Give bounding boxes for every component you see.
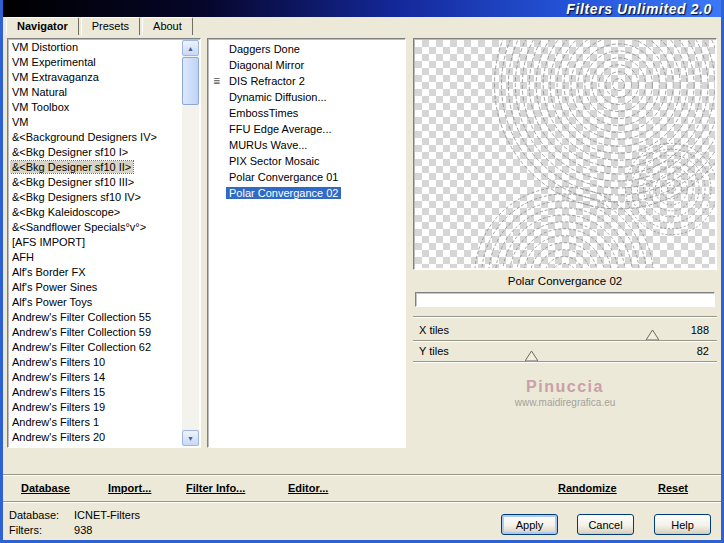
filters-unlimited-window: Filters Unlimited 2.0 Navigator Presets … <box>0 0 724 543</box>
category-list-item[interactable]: VM Experimental <box>10 55 181 70</box>
status-filters: Filters: 938 <box>9 524 92 536</box>
category-list-item[interactable]: Andrew's Filter Collection 59 <box>10 325 181 340</box>
tab-navigator[interactable]: Navigator <box>6 17 79 35</box>
tab-presets[interactable]: Presets <box>81 17 140 35</box>
filter-list-item[interactable]: MURUs Wave... <box>212 137 403 153</box>
import-button[interactable]: Import... <box>108 482 151 494</box>
category-list-item-label: Alf's Border FX <box>10 266 88 278</box>
filter-list-item-label: Polar Convergance 01 <box>226 171 341 183</box>
randomize-button[interactable]: Randomize <box>558 482 617 494</box>
category-list-item[interactable]: VM <box>10 115 181 130</box>
category-list-item[interactable]: Alf's Power Sines <box>10 280 181 295</box>
scrollbar-thumb[interactable] <box>182 57 199 105</box>
title-bar[interactable]: Filters Unlimited 2.0 <box>3 0 721 17</box>
category-list-item-label: &<Sandflower Specials°v°> <box>10 221 148 233</box>
param-value: 188 <box>691 324 709 336</box>
filter-list-item-label: Dynamic Diffusion... <box>226 91 330 103</box>
category-list-item-label: VM Experimental <box>10 56 98 68</box>
category-list-item[interactable]: Andrew's Filters 19 <box>10 400 181 415</box>
filter-list-item[interactable]: Polar Convergance 02 <box>212 185 403 201</box>
category-list-item[interactable]: &<Sandflower Specials°v°> <box>10 220 181 235</box>
category-list-item-label: Andrew's Filter Collection 62 <box>10 341 153 353</box>
filter-list-item-label: Daggers Done <box>226 43 303 55</box>
category-list-item[interactable]: Andrew's Filters 10 <box>10 355 181 370</box>
category-list-item[interactable]: &<Bkg Designers sf10 IV> <box>10 190 181 205</box>
category-list-item[interactable]: &<Bkg Designer sf10 III> <box>10 175 181 190</box>
category-list-item-label: &<Bkg Kaleidoscope> <box>10 206 122 218</box>
filter-list-item[interactable]: ≣DIS Refractor 2 <box>212 73 403 89</box>
category-list-item[interactable]: Andrew's Filters 15 <box>10 385 181 400</box>
category-list-item[interactable]: VM Natural <box>10 85 181 100</box>
preview-pattern-graphic <box>415 40 715 268</box>
filter-list-item[interactable]: Dynamic Diffusion... <box>212 89 403 105</box>
filter-list-item[interactable]: Polar Convergance 01 <box>212 169 403 185</box>
category-list-item-label: Andrew's Filter Collection 55 <box>10 311 153 323</box>
category-scrollbar[interactable]: ▲ ▼ <box>182 40 199 446</box>
category-list-item-label: Andrew's Filters 1 <box>10 416 101 428</box>
scroll-down-arrow-icon[interactable]: ▼ <box>182 430 199 446</box>
category-list-item-label: &<Bkg Designers sf10 IV> <box>10 191 143 203</box>
status-filters-label: Filters: <box>9 524 71 536</box>
category-list-item-label: VM Extravaganza <box>10 71 101 83</box>
preview-image[interactable] <box>413 38 717 270</box>
reset-button[interactable]: Reset <box>658 482 688 494</box>
database-button[interactable]: Database <box>21 482 70 494</box>
status-database-label: Database: <box>9 509 71 521</box>
category-list-item[interactable]: &<Background Designers IV> <box>10 130 181 145</box>
param-row-x-tiles: X tiles 188 <box>413 320 717 341</box>
tab-about[interactable]: About <box>142 17 193 35</box>
category-list-item[interactable]: &<Bkg Kaleidoscope> <box>10 205 181 220</box>
filter-list-item[interactable]: PIX Sector Mosaic <box>212 153 403 169</box>
category-list-item-label: Alf's Power Toys <box>10 296 94 308</box>
category-list-item-label: Andrew's Filter Collection 59 <box>10 326 153 338</box>
category-list-item-label: VM <box>10 116 31 128</box>
filter-listbox[interactable]: Daggers DoneDiagonal Mirror≣DIS Refracto… <box>207 38 406 448</box>
filter-list-item[interactable]: Diagonal Mirror <box>212 57 403 73</box>
category-list-item[interactable]: [AFS IMPORT] <box>10 235 181 250</box>
category-list-item[interactable]: Andrew's Filters 20 <box>10 430 181 445</box>
category-list-item[interactable]: VM Distortion <box>10 40 181 55</box>
slider-thumb[interactable] <box>646 330 659 340</box>
separator-line <box>413 316 717 318</box>
category-list-item-label: VM Toolbox <box>10 101 71 113</box>
status-database-value: ICNET-Filters <box>74 509 140 521</box>
param-label: X tiles <box>419 324 449 336</box>
filter-list-item-label: DIS Refractor 2 <box>226 75 308 87</box>
filter-list-item[interactable]: Daggers Done <box>212 41 403 57</box>
filter-list-item-label: MURUs Wave... <box>226 139 310 151</box>
apply-button[interactable]: Apply <box>501 514 558 535</box>
bottom-toolbar: Database Import... Filter Info... Editor… <box>3 474 721 501</box>
watermark-name: Pinuccia <box>413 378 717 396</box>
preview-progressbar <box>415 292 715 307</box>
filter-list-item-label: EmbossTimes <box>226 107 301 119</box>
category-list-item[interactable]: VM Extravaganza <box>10 70 181 85</box>
category-list-item[interactable]: AFH <box>10 250 181 265</box>
filter-info-button[interactable]: Filter Info... <box>186 482 245 494</box>
category-list-item-label: AFH <box>10 251 36 263</box>
category-list-item[interactable]: Alf's Power Toys <box>10 295 181 310</box>
category-listbox[interactable]: VM DistortionVM ExperimentalVM Extravaga… <box>7 38 201 448</box>
category-list-item-label: Andrew's Filters 14 <box>10 371 107 383</box>
category-list-item[interactable]: &<Bkg Designer sf10 II> <box>10 160 181 175</box>
cancel-button[interactable]: Cancel <box>577 514 634 535</box>
param-value: 82 <box>697 345 709 357</box>
help-button[interactable]: Help <box>654 514 711 535</box>
slider-thumb[interactable] <box>525 351 538 361</box>
category-list-item[interactable]: Andrew's Filters 14 <box>10 370 181 385</box>
category-list-item[interactable]: &<Bkg Designer sf10 I> <box>10 145 181 160</box>
category-list-item[interactable]: VM Toolbox <box>10 100 181 115</box>
filter-rows: Daggers DoneDiagonal Mirror≣DIS Refracto… <box>212 41 403 201</box>
filter-list-item[interactable]: EmbossTimes <box>212 105 403 121</box>
editor-button[interactable]: Editor... <box>288 482 328 494</box>
param-label: Y tiles <box>419 345 449 357</box>
category-list-item[interactable]: Andrew's Filter Collection 62 <box>10 340 181 355</box>
category-list-item[interactable]: Alf's Border FX <box>10 265 181 280</box>
category-list-item[interactable]: Andrew's Filter Collection 55 <box>10 310 181 325</box>
filter-list-item-label: PIX Sector Mosaic <box>226 155 322 167</box>
category-list-item[interactable]: Andrew's Filters 1 <box>10 415 181 430</box>
category-list-item-label: Andrew's Filters 10 <box>10 356 107 368</box>
stack-icon: ≣ <box>213 73 221 89</box>
scroll-up-arrow-icon[interactable]: ▲ <box>182 40 199 56</box>
filter-list-item[interactable]: FFU Edge Average... <box>212 121 403 137</box>
category-list-item-label: Andrew's Filters 19 <box>10 401 107 413</box>
